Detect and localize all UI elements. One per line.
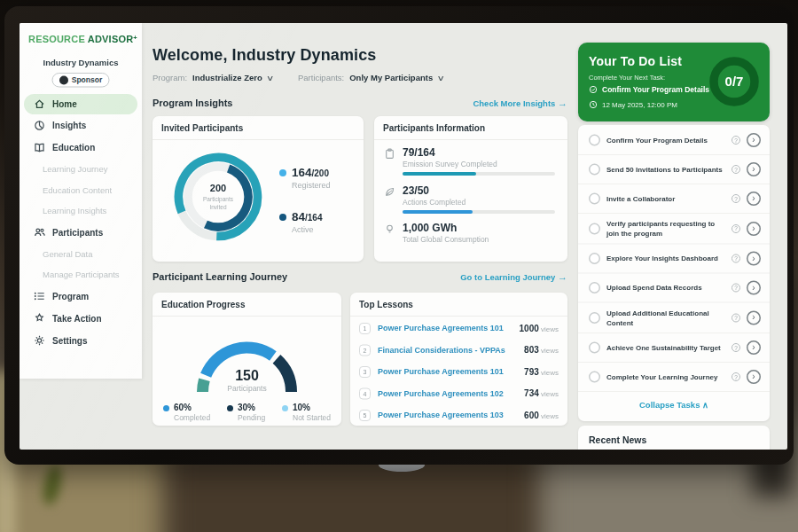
chevron-down-icon: ∨ xyxy=(266,73,274,82)
todo-hero-card: Your To Do List Complete Your Next Task:… xyxy=(578,43,770,121)
task-checkbox[interactable] xyxy=(589,164,600,176)
org-name: Industry Dynamics xyxy=(20,58,142,67)
page-title: Welcome, Industry Dynamics xyxy=(153,45,376,64)
check-more-insights-link[interactable]: Check More Insights → xyxy=(473,98,567,109)
gauge-legend-item: 60%Completed xyxy=(163,403,210,423)
participants-filter-value: Only My Participants xyxy=(349,73,433,82)
task-checkbox[interactable] xyxy=(589,193,600,205)
education-icon xyxy=(34,142,45,153)
sidebar: RESOURCE ADVISOR+ Industry Dynamics Spon… xyxy=(20,23,142,379)
task-checkbox[interactable] xyxy=(589,312,600,324)
section-title: Program Insights xyxy=(153,98,232,109)
task-label: Complete Your Learning Journey xyxy=(606,372,725,382)
chevron-right-icon[interactable]: › xyxy=(747,133,761,147)
top-lessons-card: Top Lessons 1 Power Purchase Agreements … xyxy=(350,293,567,426)
sidebar-item-general-data[interactable]: General Data xyxy=(20,244,142,265)
chevron-right-icon[interactable]: › xyxy=(747,281,761,295)
help-icon[interactable]: ? xyxy=(732,194,740,203)
brand-logo: RESOURCE ADVISOR+ xyxy=(28,34,137,45)
chevron-right-icon[interactable]: › xyxy=(747,252,761,266)
brand-secondary: ADVISOR xyxy=(88,34,134,45)
sidebar-item-label: Manage Participants xyxy=(43,270,120,279)
legend-registered: 164/200 Registered xyxy=(279,166,331,190)
sidebar-item-settings[interactable]: Settings xyxy=(20,330,142,352)
task-checkbox[interactable] xyxy=(589,372,600,383)
take-action-icon xyxy=(34,313,45,325)
lesson-link[interactable]: Power Purchase Agreements 101 xyxy=(378,367,524,377)
help-icon[interactable]: ? xyxy=(732,284,740,293)
lesson-rank: 2 xyxy=(359,344,371,356)
chevron-right-icon[interactable]: › xyxy=(747,192,761,206)
sidebar-item-take-action[interactable]: Take Action xyxy=(20,308,142,330)
lesson-link[interactable]: Power Purchase Agreements 101 xyxy=(378,324,520,333)
gauge-legend-item: 10%Not Started xyxy=(282,403,331,423)
donut-center-value: 200 xyxy=(210,183,226,194)
task-checkbox[interactable] xyxy=(589,282,600,293)
help-icon[interactable]: ? xyxy=(732,165,740,174)
clock-icon xyxy=(589,100,598,109)
lesson-link[interactable]: Financial Considerations - VPPAs xyxy=(378,346,524,356)
sidebar-item-program[interactable]: Program xyxy=(20,286,142,308)
gauge-center-value: 150 xyxy=(188,367,307,384)
program-insights-header: Program Insights Check More Insights → xyxy=(153,98,567,109)
lesson-row: 2 Financial Considerations - VPPAs 803 v… xyxy=(350,340,567,362)
sidebar-item-participants[interactable]: Participants xyxy=(20,222,142,244)
sidebar-item-label: Insights xyxy=(52,121,86,131)
invited-participants-card: Invited Participants 200 Participants In… xyxy=(153,116,364,262)
task-label: Invite a Collaborator xyxy=(606,194,725,204)
chevron-right-icon[interactable]: › xyxy=(747,310,761,325)
todo-task-row: Send 50 Invitations to Participants ? › xyxy=(578,155,770,184)
card-title: Education Progress xyxy=(161,300,245,310)
task-label: Send 50 Invitations to Participants xyxy=(606,165,725,175)
task-label: Upload Spend Data Records xyxy=(606,283,725,293)
lesson-link[interactable]: Power Purchase Agreements 103 xyxy=(378,411,524,420)
task-checkbox[interactable] xyxy=(589,223,600,234)
program-filter[interactable]: Program: Industrialize Zero ∨ xyxy=(153,73,273,82)
sidebar-item-manage-participants[interactable]: Manage Participants xyxy=(20,264,142,286)
todo-task-row: Confirm Your Program Details ? › xyxy=(578,126,770,155)
help-icon[interactable]: ? xyxy=(732,136,740,145)
sidebar-item-home[interactable]: Home xyxy=(24,94,137,114)
help-icon[interactable]: ? xyxy=(732,224,740,233)
task-checkbox[interactable] xyxy=(589,135,600,146)
sidebar-item-learning-journey[interactable]: Learning Journey xyxy=(20,159,142,180)
task-label: Achieve One Sustainability Target xyxy=(606,343,725,353)
help-icon[interactable]: ? xyxy=(732,254,740,263)
help-icon[interactable]: ? xyxy=(732,343,740,352)
todo-progress-ring: 0/7 xyxy=(707,54,762,109)
lesson-link[interactable]: Power Purchase Agreements 102 xyxy=(378,389,524,399)
help-icon[interactable]: ? xyxy=(732,372,740,381)
sidebar-item-education-content[interactable]: Education Content xyxy=(20,180,142,201)
todo-task-row: Achieve One Sustainability Target ? › xyxy=(578,333,770,363)
sidebar-item-education[interactable]: Education xyxy=(20,137,142,159)
sidebar-item-insights[interactable]: Insights xyxy=(20,114,142,137)
lesson-views: 600 views xyxy=(524,411,559,421)
help-icon[interactable]: ? xyxy=(732,313,740,322)
task-checkbox[interactable] xyxy=(589,253,600,264)
sponsor-badge-label: Sponsor xyxy=(72,75,102,84)
donut-center-label: Participants Invited xyxy=(195,196,241,211)
sidebar-item-learning-insights[interactable]: Learning Insights xyxy=(20,200,142,222)
lesson-row: 3 Power Purchase Agreements 101 793 view… xyxy=(350,361,567,383)
legend-dot xyxy=(279,214,286,221)
progress-bar xyxy=(403,210,555,214)
chevron-right-icon[interactable]: › xyxy=(747,162,761,176)
gauge-legend-item: 30%Pending xyxy=(227,403,265,423)
sponsor-badge[interactable]: Sponsor xyxy=(52,73,110,88)
info-value: 1,000 GWh xyxy=(403,222,489,234)
chevron-right-icon[interactable]: › xyxy=(747,370,761,384)
lesson-views: 793 views xyxy=(524,367,559,378)
legend-active: 84/164 Active xyxy=(279,210,322,234)
task-label: Upload Additional Educational Content xyxy=(606,309,725,328)
chevron-right-icon[interactable]: › xyxy=(747,222,761,236)
check-circle-icon xyxy=(589,85,598,94)
chevron-right-icon[interactable]: › xyxy=(747,340,761,355)
collapse-tasks-link[interactable]: Collapse Tasks ∧ xyxy=(578,392,770,411)
arrow-right-icon: → xyxy=(558,98,567,109)
participants-icon xyxy=(34,227,45,239)
participants-filter[interactable]: Participants: Only My Participants ∨ xyxy=(298,73,443,82)
go-to-learning-journey-link[interactable]: Go to Learning Journey → xyxy=(460,271,567,283)
gauge-center-label: Participants xyxy=(188,385,307,394)
legend-dot xyxy=(279,169,286,176)
task-checkbox[interactable] xyxy=(589,342,600,354)
